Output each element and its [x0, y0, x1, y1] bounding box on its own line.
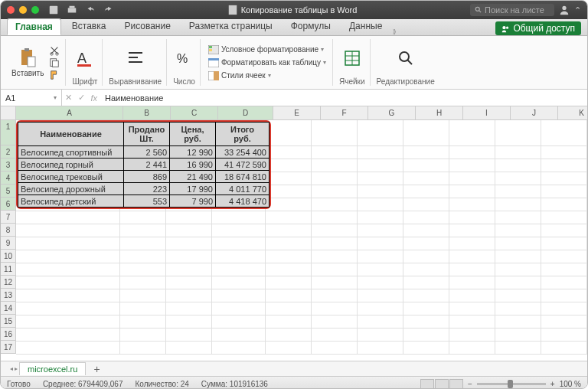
- sheet-tab[interactable]: microexcel.ru: [19, 362, 86, 375]
- table-row[interactable]: Велосипед спортивный2 56012 99033 254 40…: [18, 146, 270, 159]
- col-header[interactable]: B: [123, 106, 171, 119]
- zoom-out-icon[interactable]: −: [468, 380, 472, 388]
- cell-styles-button[interactable]: Стили ячеек▾: [207, 70, 328, 81]
- help-icon[interactable]: ⌃: [574, 5, 581, 15]
- table-header[interactable]: Наименование: [18, 123, 124, 146]
- tab-формулы[interactable]: Формулы: [283, 18, 338, 35]
- table-cell[interactable]: 4 011 770: [216, 183, 270, 195]
- row-header[interactable]: 5: [1, 185, 16, 198]
- table-cell[interactable]: 16 990: [170, 159, 216, 171]
- table-cell[interactable]: 21 490: [170, 171, 216, 183]
- print-icon[interactable]: [67, 5, 77, 15]
- table-header[interactable]: Цена,руб.: [170, 123, 216, 146]
- table-cell[interactable]: Велосипед дорожный: [18, 183, 124, 195]
- table-row[interactable]: Велосипед дорожный22317 9904 011 770: [18, 183, 270, 195]
- row-header[interactable]: 3: [1, 159, 16, 172]
- row-header[interactable]: 12: [1, 276, 16, 289]
- conditional-formatting-button[interactable]: Условное форматирование▾: [207, 44, 328, 55]
- table-cell[interactable]: Велосипед горный: [18, 159, 124, 171]
- row-header[interactable]: 7: [1, 211, 16, 224]
- row-header[interactable]: 11: [1, 263, 16, 276]
- formula-input[interactable]: Наименование: [100, 93, 587, 103]
- table-cell[interactable]: 18 674 810: [216, 171, 270, 183]
- undo-icon[interactable]: [85, 5, 96, 15]
- cells-group[interactable]: [343, 49, 361, 67]
- row-header[interactable]: 4: [1, 172, 16, 185]
- close-icon[interactable]: [7, 6, 15, 14]
- tab-разметка страницы[interactable]: Разметка страницы: [181, 18, 280, 35]
- table-cell[interactable]: 223: [124, 183, 170, 195]
- row-header[interactable]: 17: [1, 341, 16, 354]
- table-row[interactable]: Велосипед горный2 44116 99041 472 590: [18, 159, 270, 171]
- view-buttons[interactable]: [420, 379, 463, 390]
- zoom-in-icon[interactable]: +: [550, 380, 555, 388]
- table-cell[interactable]: 2 441: [124, 159, 170, 171]
- save-icon[interactable]: [48, 5, 59, 15]
- fx-icon[interactable]: fx: [91, 93, 98, 103]
- col-header[interactable]: C: [171, 106, 218, 119]
- table-cell[interactable]: 553: [124, 195, 170, 208]
- col-header[interactable]: D: [218, 106, 273, 119]
- sheet-nav-next-icon[interactable]: ▸: [15, 365, 18, 372]
- table-header[interactable]: ПроданоШт.: [124, 123, 170, 146]
- table-cell[interactable]: 33 254 400: [216, 146, 270, 159]
- col-header[interactable]: K: [558, 106, 587, 119]
- row-header[interactable]: 9: [1, 237, 16, 250]
- accept-formula-icon[interactable]: ✓: [78, 93, 85, 103]
- col-header[interactable]: J: [511, 106, 558, 119]
- user-icon[interactable]: [559, 5, 570, 15]
- maximize-icon[interactable]: [31, 6, 39, 14]
- number-group[interactable]: %: [175, 49, 194, 67]
- row-header[interactable]: 14: [1, 302, 16, 315]
- col-header[interactable]: H: [416, 106, 463, 119]
- col-header[interactable]: E: [273, 106, 321, 119]
- editing-group[interactable]: [397, 49, 415, 67]
- cut-icon[interactable]: [48, 45, 60, 56]
- row-header[interactable]: 1: [1, 120, 16, 145]
- table-cell[interactable]: Велосипед трековый: [18, 171, 124, 183]
- sheet-nav-prev-icon[interactable]: ◂: [10, 365, 13, 372]
- col-header[interactable]: A: [16, 106, 123, 119]
- col-header[interactable]: G: [368, 106, 416, 119]
- row-header[interactable]: 10: [1, 250, 16, 263]
- tab-рисование[interactable]: Рисование: [116, 18, 178, 35]
- spreadsheet-grid[interactable]: ABCDEFGHIJK 1234567891011121314151617 На…: [1, 106, 587, 361]
- table-cell[interactable]: Велосипед спортивный: [18, 146, 124, 159]
- add-sheet-button[interactable]: +: [87, 363, 106, 375]
- window-controls[interactable]: [7, 6, 39, 14]
- col-header[interactable]: I: [463, 106, 511, 119]
- table-cell[interactable]: 41 472 590: [216, 159, 270, 171]
- row-header[interactable]: 6: [1, 198, 16, 211]
- zoom-slider[interactable]: [477, 383, 546, 385]
- format-as-table-button[interactable]: Форматировать как таблицу▾: [207, 57, 328, 68]
- row-header[interactable]: 8: [1, 224, 16, 237]
- row-header[interactable]: 13: [1, 289, 16, 302]
- row-header[interactable]: 16: [1, 328, 16, 341]
- table-header[interactable]: Итогоруб.: [216, 123, 270, 146]
- select-all-corner[interactable]: [1, 106, 16, 119]
- table-cell[interactable]: 12 990: [170, 146, 216, 159]
- table-row[interactable]: Велосипед детский5537 9904 418 470: [18, 195, 270, 208]
- search-box[interactable]: Поиск на листе: [470, 4, 554, 16]
- zoom-value[interactable]: 100 %: [560, 380, 581, 388]
- minimize-icon[interactable]: [19, 6, 27, 14]
- table-cell[interactable]: 869: [124, 171, 170, 183]
- table-cell[interactable]: Велосипед детский: [18, 195, 124, 208]
- table-cell[interactable]: 2 560: [124, 146, 170, 159]
- table-cell[interactable]: 7 990: [170, 195, 216, 208]
- copy-icon[interactable]: [48, 57, 60, 68]
- col-header[interactable]: F: [321, 106, 368, 119]
- table-cell[interactable]: 17 990: [170, 183, 216, 195]
- row-header[interactable]: 15: [1, 315, 16, 328]
- table-cell[interactable]: 4 418 470: [216, 195, 270, 208]
- tab-главная[interactable]: Главная: [7, 18, 61, 35]
- redo-icon[interactable]: [103, 5, 114, 15]
- format-painter-icon[interactable]: [48, 70, 60, 80]
- alignment-group[interactable]: [126, 49, 145, 67]
- cancel-formula-icon[interactable]: ✕: [65, 93, 72, 103]
- tabs-more-icon[interactable]: ⟫: [393, 28, 396, 35]
- name-box[interactable]: A1▾: [1, 90, 62, 106]
- font-group[interactable]: A: [76, 49, 94, 67]
- row-header[interactable]: 2: [1, 145, 16, 159]
- table-row[interactable]: Велосипед трековый86921 49018 674 810: [18, 171, 270, 183]
